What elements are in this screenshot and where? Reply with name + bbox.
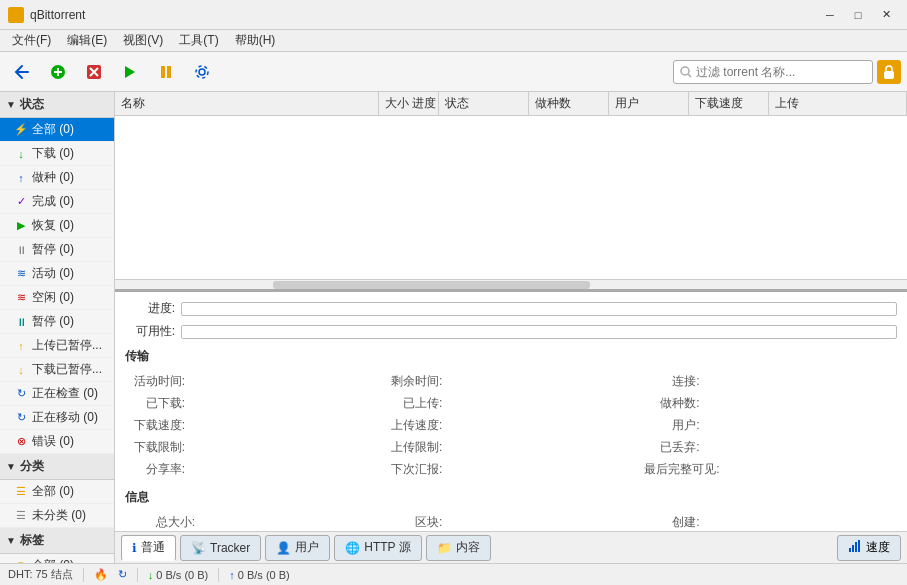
svg-line-8 <box>688 74 691 77</box>
checking-icon: ↻ <box>14 387 28 401</box>
horizontal-scrollbar[interactable] <box>115 279 907 289</box>
sidebar-download-label: 下载 (0) <box>32 145 74 162</box>
sidebar-paused-label: 暂停 (0) <box>32 241 74 258</box>
stalled-icon: ⏸ <box>14 315 28 329</box>
sidebar-item-upload-paused[interactable]: ↑ 上传已暂停... <box>0 334 114 358</box>
options-button[interactable] <box>186 56 218 88</box>
detail-tabs: ℹ 普通 📡 Tracker 👤 用户 🌐 HTTP 源 📁 内容 <box>115 531 907 563</box>
sidebar-active-label: 活动 (0) <box>32 265 74 282</box>
sidebar-item-moving[interactable]: ↻ 正在移动 (0) <box>0 406 114 430</box>
maximize-button[interactable]: □ <box>845 5 871 25</box>
menu-help[interactable]: 帮助(H) <box>227 30 284 51</box>
sidebar-item-resume[interactable]: ▶ 恢复 (0) <box>0 214 114 238</box>
menu-tools[interactable]: 工具(T) <box>171 30 226 51</box>
sidebar-item-checking[interactable]: ↻ 正在检查 (0) <box>0 382 114 406</box>
paused-icon: ⏸ <box>14 243 28 257</box>
ul-status-label: 0 B/s (0 B) <box>238 569 290 581</box>
tab-http-sources[interactable]: 🌐 HTTP 源 <box>334 535 421 561</box>
tab-content[interactable]: 📁 内容 <box>426 535 491 561</box>
menu-edit[interactable]: 编辑(E) <box>59 30 115 51</box>
transfer-ul-speed: 上传速度: <box>382 417 639 434</box>
sidebar-item-download[interactable]: ↓ 下载 (0) <box>0 142 114 166</box>
http-tab-label: HTTP 源 <box>364 539 410 556</box>
remove-button[interactable] <box>78 56 110 88</box>
transfer-ratio: 分享率: <box>125 461 382 478</box>
pause-button[interactable] <box>150 56 182 88</box>
th-dl[interactable]: 下载速度 <box>689 92 769 115</box>
sidebar-section-tags[interactable]: ▼ 标签 <box>0 528 114 554</box>
dht-status: DHT: 75 结点 <box>8 567 73 582</box>
title-bar-left: qBittorrent <box>8 7 85 23</box>
tab-tracker[interactable]: 📡 Tracker <box>180 535 261 561</box>
toolbar <box>0 52 907 92</box>
search-area <box>673 60 901 84</box>
th-peers[interactable]: 用户 <box>609 92 689 115</box>
general-tab-icon: ℹ <box>132 541 137 555</box>
transfer-ul-limit: 上传限制: <box>382 439 639 456</box>
seed-icon: ↑ <box>14 171 28 185</box>
th-size[interactable]: 大小 进度 <box>379 92 439 115</box>
content-tab-label: 内容 <box>456 539 480 556</box>
sidebar-section-status[interactable]: ▼ 状态 <box>0 92 114 118</box>
sidebar-item-dl-paused[interactable]: ↓ 下载已暂停... <box>0 358 114 382</box>
speed-btn-label: 速度 <box>866 539 890 556</box>
info-grid: 总大小: 区块: 创建: 添加于: <box>125 514 897 531</box>
svg-point-6 <box>196 66 208 78</box>
sidebar-item-complete[interactable]: ✓ 完成 (0) <box>0 190 114 214</box>
transfer-section-title: 传输 <box>125 348 897 367</box>
transfer-last-complete: 最后完整可见: <box>640 461 897 478</box>
app-title: qBittorrent <box>30 8 85 22</box>
cat-uncategorized-icon: ☰ <box>14 509 28 523</box>
minimize-button[interactable]: ─ <box>817 5 843 25</box>
sidebar-item-tag-all[interactable]: ◉ 全部 (0) <box>0 554 114 563</box>
torrent-list-area: 名称 大小 进度 状态 做种数 用户 下载速度 上传 <box>115 92 907 292</box>
sidebar-dl-paused-label: 下载已暂停... <box>32 361 102 378</box>
th-status[interactable]: 状态 <box>439 92 529 115</box>
content-tab-icon: 📁 <box>437 541 452 555</box>
sidebar-item-cat-uncategorized[interactable]: ☰ 未分类 (0) <box>0 504 114 528</box>
sidebar-item-cat-all[interactable]: ☰ 全部 (0) <box>0 480 114 504</box>
resume-icon: ▶ <box>14 219 28 233</box>
menu-file[interactable]: 文件(F) <box>4 30 59 51</box>
info-pieces: 区块: <box>382 514 639 531</box>
dl-status: ↓ 0 B/s (0 B) <box>148 569 208 581</box>
sidebar-item-idle[interactable]: ≋ 空闲 (0) <box>0 286 114 310</box>
tab-general[interactable]: ℹ 普通 <box>121 535 176 561</box>
sidebar-item-seed[interactable]: ↑ 做种 (0) <box>0 166 114 190</box>
peers-tab-label: 用户 <box>295 539 319 556</box>
close-button[interactable]: ✕ <box>873 5 899 25</box>
speed-button[interactable]: 速度 <box>837 535 901 561</box>
sidebar-item-error[interactable]: ⊗ 错误 (0) <box>0 430 114 454</box>
tab-peers[interactable]: 👤 用户 <box>265 535 330 561</box>
sidebar-item-stalled[interactable]: ⏸ 暂停 (0) <box>0 310 114 334</box>
status-bar: DHT: 75 结点 🔥 ↻ ↓ 0 B/s (0 B) ↑ 0 B/s (0 … <box>0 563 907 585</box>
lock-button[interactable] <box>877 60 901 84</box>
back-button[interactable] <box>6 56 38 88</box>
th-ul[interactable]: 上传 <box>769 92 907 115</box>
menu-view[interactable]: 视图(V) <box>115 30 171 51</box>
search-input[interactable] <box>696 65 866 79</box>
sidebar-item-active[interactable]: ≋ 活动 (0) <box>0 262 114 286</box>
sidebar-item-all[interactable]: ⚡ 全部 (0) <box>0 118 114 142</box>
search-box[interactable] <box>673 60 873 84</box>
category-arrow: ▼ <box>6 461 16 472</box>
transfer-downloaded: 已下载: <box>125 395 382 412</box>
wasted-label: 已丢弃: <box>640 439 700 456</box>
sidebar-item-paused[interactable]: ⏸ 暂停 (0) <box>0 238 114 262</box>
resume-button[interactable] <box>114 56 146 88</box>
transfer-dl-limit: 下载限制: <box>125 439 382 456</box>
pieces-label: 区块: <box>382 514 442 531</box>
all-icon: ⚡ <box>14 123 28 137</box>
main-layout: ▼ 状态 ⚡ 全部 (0) ↓ 下载 (0) ↑ 做种 (0) ✓ 完成 (0)… <box>0 92 907 563</box>
sidebar-section-category[interactable]: ▼ 分类 <box>0 454 114 480</box>
th-seeds[interactable]: 做种数 <box>529 92 609 115</box>
sidebar-stalled-label: 暂停 (0) <box>32 313 74 330</box>
active-icon: ≋ <box>14 267 28 281</box>
add-torrent-button[interactable] <box>42 56 74 88</box>
svg-rect-13 <box>858 540 860 552</box>
svg-point-5 <box>199 69 205 75</box>
detail-panel: 进度: 可用性: 传输 活动时间: 剩余时间: <box>115 292 907 563</box>
torrent-table-body[interactable] <box>115 116 907 279</box>
th-name[interactable]: 名称 <box>115 92 379 115</box>
info-created-by: 创建: <box>640 514 897 531</box>
